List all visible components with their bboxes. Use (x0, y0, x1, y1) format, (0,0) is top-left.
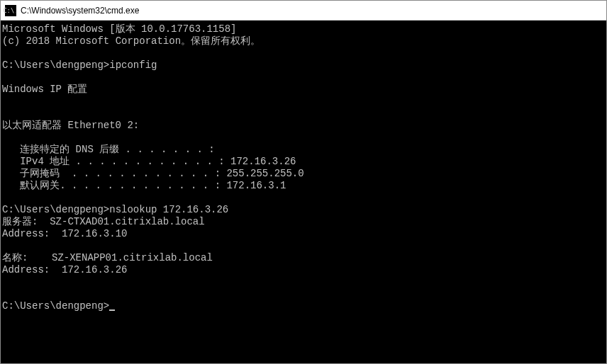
titlebar[interactable]: C:\. C:\Windows\system32\cmd.exe (1, 1, 606, 21)
terminal-prompt: C:\Users\dengpeng> (2, 300, 109, 312)
cmd-window: C:\. C:\Windows\system32\cmd.exe Microso… (0, 0, 607, 364)
cmd-icon: C:\. (5, 5, 16, 16)
terminal-lines: Microsoft Windows [版本 10.0.17763.1158] (… (2, 23, 304, 275)
window-title: C:\Windows\system32\cmd.exe (21, 6, 139, 16)
cursor (109, 309, 115, 311)
terminal-output[interactable]: Microsoft Windows [版本 10.0.17763.1158] (… (1, 21, 606, 363)
